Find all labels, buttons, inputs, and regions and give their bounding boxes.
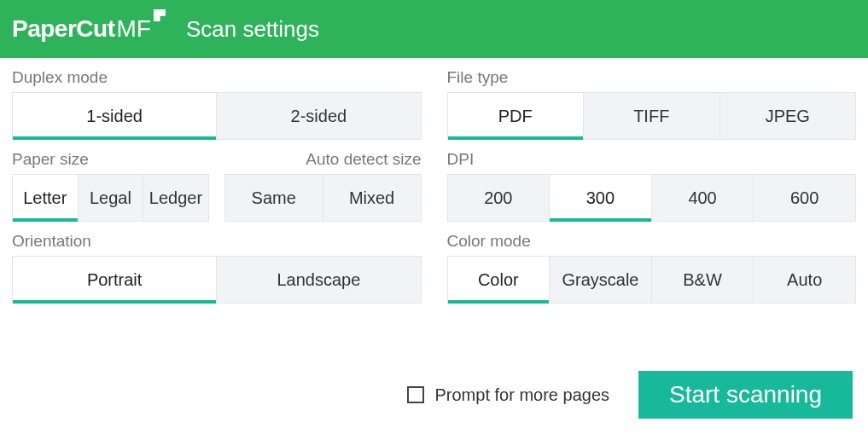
autodetect-option-mixed[interactable]: Mixed: [323, 174, 422, 222]
settings-content: Duplex mode 1-sided 2-sided Paper size A…: [0, 58, 868, 304]
logo-text-mf: MF: [116, 15, 150, 43]
duplex-options: 1-sided 2-sided: [12, 92, 422, 140]
dpi-group: DPI 200 300 400 600: [447, 150, 857, 222]
papersize-label: Paper size: [12, 150, 89, 169]
duplex-option-1sided[interactable]: 1-sided: [12, 92, 217, 140]
dpi-label: DPI: [447, 150, 475, 169]
colormode-group: Color mode Color Grayscale B&W Auto: [447, 232, 857, 304]
logo-text-cut: Cut: [76, 15, 114, 43]
start-scanning-button[interactable]: Start scanning: [638, 371, 853, 419]
orientation-group: Orientation Portrait Landscape: [12, 232, 422, 304]
papercut-logo: PaperCutMF: [12, 15, 167, 43]
left-column: Duplex mode 1-sided 2-sided Paper size A…: [12, 68, 422, 304]
checkbox-icon: [407, 386, 424, 403]
papersize-options: Letter Legal Ledger Same Mixed: [12, 174, 422, 222]
dpi-options: 200 300 400 600: [447, 174, 857, 222]
papersize-option-ledger[interactable]: Ledger: [143, 174, 209, 222]
colormode-label: Color mode: [447, 232, 531, 251]
filetype-options: PDF TIFF JPEG: [447, 92, 857, 140]
orientation-options: Portrait Landscape: [12, 256, 422, 304]
dpi-option-300[interactable]: 300: [550, 174, 652, 222]
autodetect-option-same[interactable]: Same: [224, 174, 323, 222]
colormode-option-color[interactable]: Color: [447, 256, 551, 304]
page-title: Scan settings: [186, 16, 319, 43]
filetype-option-jpeg[interactable]: JPEG: [720, 92, 857, 140]
filetype-label: File type: [447, 68, 509, 87]
colormode-option-grayscale[interactable]: Grayscale: [550, 256, 652, 304]
filetype-group: File type PDF TIFF JPEG: [447, 68, 857, 140]
autodetect-label: Auto detect size: [306, 150, 421, 169]
dpi-option-200[interactable]: 200: [447, 174, 551, 222]
duplex-option-2sided[interactable]: 2-sided: [217, 92, 421, 140]
duplex-group: Duplex mode 1-sided 2-sided: [12, 68, 422, 140]
orientation-option-landscape[interactable]: Landscape: [217, 256, 421, 304]
right-column: File type PDF TIFF JPEG DPI 200 300 400 …: [447, 68, 857, 304]
colormode-option-bw[interactable]: B&W: [652, 256, 754, 304]
dpi-option-400[interactable]: 400: [652, 174, 754, 222]
filetype-option-tiff[interactable]: TIFF: [584, 92, 720, 140]
dpi-option-600[interactable]: 600: [754, 174, 856, 222]
papersize-option-legal[interactable]: Legal: [79, 174, 144, 222]
duplex-label: Duplex mode: [12, 68, 108, 87]
papersize-option-letter[interactable]: Letter: [12, 174, 79, 222]
papersize-group: Paper size Auto detect size Letter Legal…: [12, 150, 422, 222]
prompt-more-pages-checkbox[interactable]: Prompt for more pages: [407, 385, 609, 405]
logo-text-paper: Paper: [12, 15, 76, 43]
footer: Prompt for more pages Start scanning: [407, 371, 853, 419]
app-header: PaperCutMF Scan settings: [0, 0, 868, 58]
colormode-options: Color Grayscale B&W Auto: [447, 256, 857, 304]
papercut-mark-icon: [154, 9, 167, 23]
filetype-option-pdf[interactable]: PDF: [447, 92, 585, 140]
orientation-option-portrait[interactable]: Portrait: [12, 256, 217, 304]
colormode-option-auto[interactable]: Auto: [754, 256, 856, 304]
prompt-more-pages-label: Prompt for more pages: [434, 385, 609, 405]
orientation-label: Orientation: [12, 232, 91, 251]
